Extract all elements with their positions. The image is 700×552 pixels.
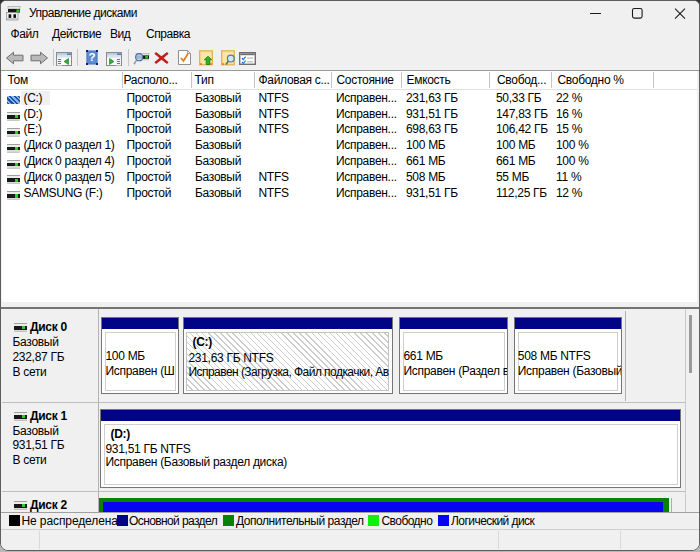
svg-text:?: ? (88, 51, 95, 63)
